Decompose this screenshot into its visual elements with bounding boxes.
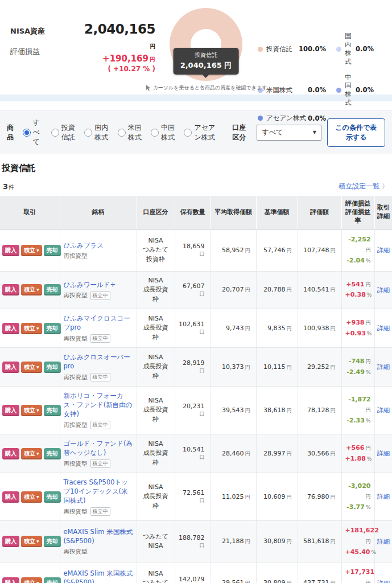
detail-link[interactable]: 詳細 xyxy=(377,363,390,371)
fund-name-link[interactable]: ひふみマイクロスコープpro xyxy=(64,314,133,332)
buy-button[interactable]: 購入 xyxy=(2,448,19,459)
unit-label: 円 xyxy=(287,580,292,583)
unit-label: 円 xyxy=(245,580,250,583)
number-cell: 38,618円 xyxy=(256,387,298,434)
number-cell: 28,919口 xyxy=(175,348,211,387)
col-value: 評価額 xyxy=(298,196,341,229)
detail-link[interactable]: 詳細 xyxy=(377,247,390,254)
detail-link[interactable]: 詳細 xyxy=(377,493,390,500)
number-cell: 21,188円 xyxy=(211,521,256,563)
sell-button[interactable]: 売却 xyxy=(44,405,61,416)
number-cell: 20,231口 xyxy=(175,387,211,434)
tsumitate-button[interactable]: 積立▼ xyxy=(21,323,42,334)
radio-china[interactable]: 中国株式 xyxy=(151,123,178,142)
legend-dot xyxy=(258,47,263,52)
sell-button[interactable]: 売却 xyxy=(44,362,61,373)
fund-name-link[interactable]: 新ホリコ・フォーカス・ファンド(新自由の女神) xyxy=(64,391,133,418)
buy-button[interactable]: 購入 xyxy=(2,491,19,503)
fund-name-link[interactable]: Tracers S&P500トップ10インデックス(米国株式) xyxy=(64,478,133,505)
tsumitate-button[interactable]: 積立▼ xyxy=(21,448,42,459)
fund-name-link[interactable]: ひふみプラス xyxy=(64,241,133,250)
pl-cell: -748円-2.49% xyxy=(341,348,374,387)
yen-unit: 円 xyxy=(150,56,155,63)
sell-button[interactable]: 売却 xyxy=(44,536,61,547)
sell-button[interactable]: 売却 xyxy=(44,491,61,503)
pl-cell: +17,731円+4.22% xyxy=(341,563,374,583)
allocation-legend: 投資信託100.0% 国内株式0.0% 米国株式0.0% 中国株式0.0% アセ… xyxy=(249,3,386,92)
buy-button[interactable]: 購入 xyxy=(2,362,19,373)
radio-icon[interactable] xyxy=(51,129,59,137)
tsumitate-settings-link[interactable]: 積立設定一覧 〉 xyxy=(339,182,389,191)
detail-cell: 詳細 xyxy=(374,229,392,271)
fund-sub-line: 再投資型 xyxy=(64,252,133,260)
pl-cell: +566円+1.88% xyxy=(341,434,374,473)
detail-link[interactable]: 詳細 xyxy=(377,538,390,545)
tsumitate-button[interactable]: 積立▼ xyxy=(21,405,42,416)
tsumitate-button[interactable]: 積立▼ xyxy=(21,284,42,295)
buy-button[interactable]: 購入 xyxy=(2,284,19,295)
tsumitate-active-badge: 積立中 xyxy=(90,421,110,429)
sell-button[interactable]: 売却 xyxy=(44,245,61,256)
chevron-down-icon: ▼ xyxy=(36,581,39,583)
chevron-down-icon: ▼ xyxy=(36,451,39,455)
radio-icon[interactable] xyxy=(84,129,92,137)
detail-link[interactable]: 詳細 xyxy=(377,450,390,457)
tsumitate-button[interactable]: 積立▼ xyxy=(21,245,42,256)
detail-link[interactable]: 詳細 xyxy=(377,580,390,583)
table-row: 購入積立▼売却ひふみプラス再投資型NISA つみたて投資枠18,659口58,9… xyxy=(0,229,392,271)
pl-value: +190,169円 xyxy=(84,54,155,64)
detail-link[interactable]: 詳細 xyxy=(377,286,390,294)
buy-button[interactable]: 購入 xyxy=(2,323,19,334)
radio-icon[interactable] xyxy=(151,129,159,137)
unit-label: 円 xyxy=(287,326,292,331)
fund-name-cell: ひふみプラス再投資型 xyxy=(60,229,137,271)
radio-toshin[interactable]: 投資信託 xyxy=(51,123,79,142)
table-row: 購入積立▼売却ひふみマイクロスコープpro再投資型積立中NISA 成長投資枠10… xyxy=(0,309,392,348)
chevron-down-icon: ▼ xyxy=(313,130,316,135)
tsumitate-button[interactable]: 積立▼ xyxy=(21,536,42,547)
radio-icon[interactable] xyxy=(184,129,192,137)
tsumitate-active-badge: 積立中 xyxy=(90,459,110,468)
col-detail: 取引 詳細 xyxy=(374,196,392,229)
apply-filter-button[interactable]: この条件で表示する xyxy=(327,118,385,147)
fund-name-link[interactable]: eMAXIS Slim 米国株式(S&P500) xyxy=(64,527,133,545)
reinvest-type-label: 再投資型 xyxy=(64,548,88,556)
sell-button[interactable]: 売却 xyxy=(44,323,61,334)
sell-button[interactable]: 売却 xyxy=(44,448,61,459)
unit-label: 円 xyxy=(287,364,292,370)
col-quantity: 保有数量 xyxy=(175,196,211,229)
sell-button[interactable]: 売却 xyxy=(44,284,61,295)
trade-buttons-cell: 購入積立▼売却 xyxy=(0,348,60,387)
col-avg-cost: 平均取得価額 xyxy=(211,196,256,229)
radio-all[interactable]: すべて xyxy=(23,118,46,147)
table-row: 購入積立▼売却eMAXIS Slim 米国株式(S&P500)再投資型積立中NI… xyxy=(0,563,392,583)
buy-button[interactable]: 購入 xyxy=(2,577,19,583)
radio-domestic[interactable]: 国内株式 xyxy=(84,123,112,142)
sell-button[interactable]: 売却 xyxy=(44,577,61,583)
radio-icon[interactable] xyxy=(118,129,126,137)
allocation-donut-chart[interactable]: 投資信託 2,040,165 円 カーソルを乗せると各商品の資産を確認できます xyxy=(163,3,249,92)
buy-button[interactable]: 購入 xyxy=(2,245,19,256)
detail-link[interactable]: 詳細 xyxy=(377,325,390,332)
product-filter-label: 商品 xyxy=(7,123,17,142)
tsumitate-button[interactable]: 積立▼ xyxy=(21,491,42,503)
buy-button[interactable]: 購入 xyxy=(2,536,19,547)
unit-label: 円 xyxy=(331,326,336,331)
tsumitate-button[interactable]: 積立▼ xyxy=(21,577,42,583)
fund-name-link[interactable]: ゴールド・ファンド(為替ヘッジなし) xyxy=(64,439,133,457)
trade-buttons-cell: 購入積立▼売却 xyxy=(0,271,60,309)
buy-button[interactable]: 購入 xyxy=(2,405,19,416)
detail-cell: 詳細 xyxy=(374,563,392,583)
radio-asean[interactable]: アセアン株式 xyxy=(184,123,222,142)
radio-us[interactable]: 米国株式 xyxy=(118,123,145,142)
radio-icon[interactable] xyxy=(23,129,31,137)
fund-name-link[interactable]: eMAXIS Slim 米国株式(S&P500) xyxy=(64,569,133,583)
fund-name-link[interactable]: ひふみワールド+ xyxy=(64,280,133,289)
detail-link[interactable]: 詳細 xyxy=(377,407,390,414)
unit-label: 円 xyxy=(331,451,336,457)
fund-name-link[interactable]: ひふみクロスオーバーpro xyxy=(64,352,133,371)
account-type-select[interactable]: すべて▼ xyxy=(257,125,321,141)
nisa-asset-value: 2,040,165円 xyxy=(84,22,155,51)
fund-name-cell: ひふみマイクロスコープpro再投資型積立中 xyxy=(60,309,137,348)
tsumitate-button[interactable]: 積立▼ xyxy=(21,362,42,373)
